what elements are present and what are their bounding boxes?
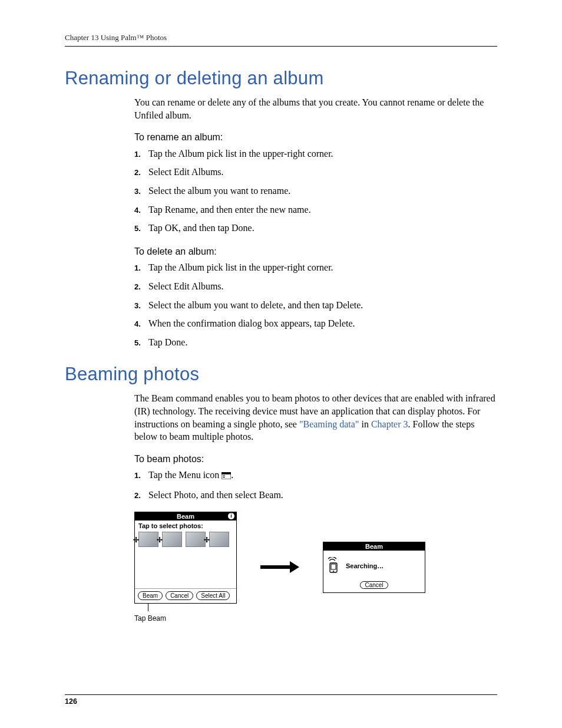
step-text: Select Edit Albums. [148,166,497,179]
link-beaming-data[interactable]: "Beaming data" [299,419,359,429]
svg-rect-5 [331,564,336,569]
page-number: 126 [65,694,497,706]
heading-renaming: Renaming or deleting an album [65,68,497,89]
photo-thumb[interactable]: ✢ [209,532,229,547]
subhead-delete: To delete an album: [134,245,497,258]
palm-dialog-beam-searching: Beam Searching… Cancel [323,542,425,593]
step-text: Tap the Album pick list in the upper-rig… [148,261,497,274]
step-text: Tap Rename, and then enter the new name. [148,203,497,216]
photo-thumb[interactable]: ✢ [138,532,158,547]
svg-point-6 [333,571,334,572]
status-text: Searching… [346,562,384,569]
step-number: 1. [134,149,148,160]
step-text-post: . [231,470,233,480]
photo-thumb[interactable] [186,532,206,547]
step-number: 5. [134,338,148,348]
photo-thumbnails: ✢ ✢ ✢ [135,531,236,588]
step-text: Tap OK, and then tap Done. [148,222,497,235]
step-number: 2. [134,282,148,292]
figure-beam-picker: Beam i Tap to select photos: ✢ ✢ ✢ Beam … [134,512,237,622]
dialog-body: Searching… [323,551,425,581]
section1-intro: You can rename or delete any of the albu… [134,96,497,121]
figure-row: Beam i Tap to select photos: ✢ ✢ ✢ Beam … [134,512,497,622]
info-icon[interactable]: i [228,513,234,519]
svg-rect-3 [223,477,225,477]
step-number: 1. [134,263,148,274]
plus-icon: ✢ [133,536,139,544]
menu-icon [222,470,231,483]
step-number: 2. [134,167,148,178]
step-text: Select the album you want to rename. [148,185,497,197]
step-number: 2. [134,490,148,501]
step-number: 4. [134,319,148,330]
step-text: Tap the Album pick list in the upper-rig… [148,147,497,160]
dialog-button-row: Beam Cancel Select All [135,588,236,603]
step-number: 3. [134,186,148,197]
step-text-pre: Tap the Menu icon [148,470,222,480]
steps-rename: 1.Tap the Album pick list in the upper-r… [134,147,497,235]
subhead-beam: To beam photos: [134,453,497,466]
dialog-button-row: Cancel [323,581,425,592]
step-number: 3. [134,301,148,311]
dialog-title: Beam [365,543,383,550]
plus-icon: ✢ [157,536,163,544]
arrow-icon [260,561,299,573]
select-all-button[interactable]: Select All [196,591,230,600]
palm-titlebar: Beam i [135,512,236,521]
step-text: Select the album you want to delete, and… [148,299,497,312]
heading-beaming: Beaming photos [65,364,497,385]
cancel-button[interactable]: Cancel [360,581,388,589]
running-header: Chapter 13 Using Palm™ Photos [65,33,497,47]
step-text: Tap Done. [148,336,497,349]
beam-icon [328,557,341,575]
step-text: When the confirmation dialog box appears… [148,317,497,330]
section2-body: The Beam command enables you to beam pho… [134,392,497,501]
steps-delete: 1.Tap the Album pick list in the upper-r… [134,261,497,348]
callout-tick [148,603,148,611]
step-number: 4. [134,205,148,216]
beam-button[interactable]: Beam [138,591,163,600]
link-chapter3[interactable]: Chapter 3 [371,419,408,429]
step-number: 1. [134,470,148,481]
step-text: Select Photo, and then select Beam. [148,489,497,502]
svg-rect-2 [223,476,225,476]
cancel-button[interactable]: Cancel [166,591,193,600]
plus-icon: ✢ [204,536,210,544]
step-number: 5. [134,223,148,234]
section1-body: You can rename or delete any of the albu… [134,96,497,348]
palm-titlebar: Beam [323,542,425,551]
subhead-rename: To rename an album: [134,131,497,144]
svg-rect-1 [222,474,231,479]
step-text: Select Edit Albums. [148,280,497,293]
figure-caption: Tap Beam [134,614,237,622]
step-text: Tap the Menu icon . [148,469,497,483]
intro-text: in [359,419,371,429]
steps-beam: 1. Tap the Menu icon . 2. Select P [134,469,497,501]
palm-dialog-beam-picker: Beam i Tap to select photos: ✢ ✢ ✢ Beam … [134,512,237,604]
dialog-subhead: Tap to select photos: [135,521,236,531]
page: Chapter 13 Using Palm™ Photos Renaming o… [0,0,562,728]
section2-intro: The Beam command enables you to beam pho… [134,392,497,443]
photo-thumb[interactable]: ✢ [162,532,182,547]
dialog-title: Beam [177,513,194,520]
